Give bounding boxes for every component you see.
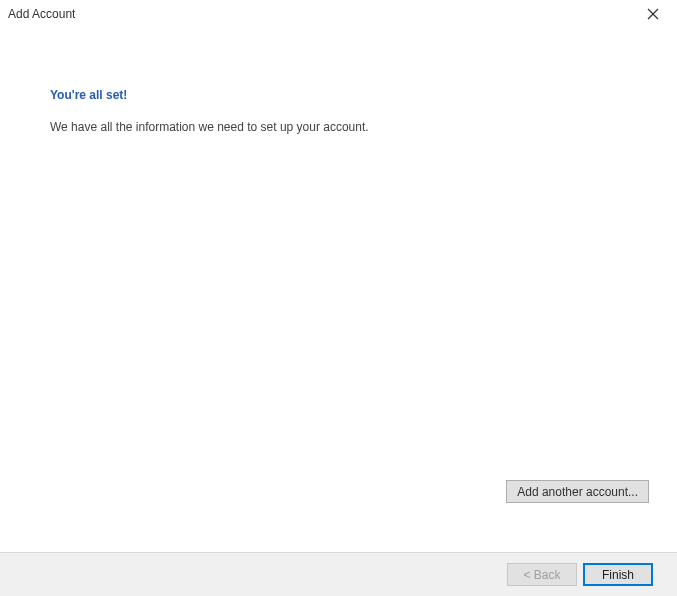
close-button[interactable] — [637, 2, 669, 26]
success-heading: You're all set! — [50, 88, 627, 102]
finish-button[interactable]: Finish — [583, 563, 653, 586]
success-subtext: We have all the information we need to s… — [50, 120, 627, 134]
close-icon — [647, 8, 659, 20]
window-title: Add Account — [8, 7, 75, 21]
back-button: < Back — [507, 563, 577, 586]
content-area: You're all set! We have all the informat… — [0, 28, 677, 134]
add-another-account-button[interactable]: Add another account... — [506, 480, 649, 503]
title-bar: Add Account — [0, 0, 677, 28]
footer-bar: < Back Finish — [0, 552, 677, 596]
add-another-wrap: Add another account... — [506, 480, 649, 503]
